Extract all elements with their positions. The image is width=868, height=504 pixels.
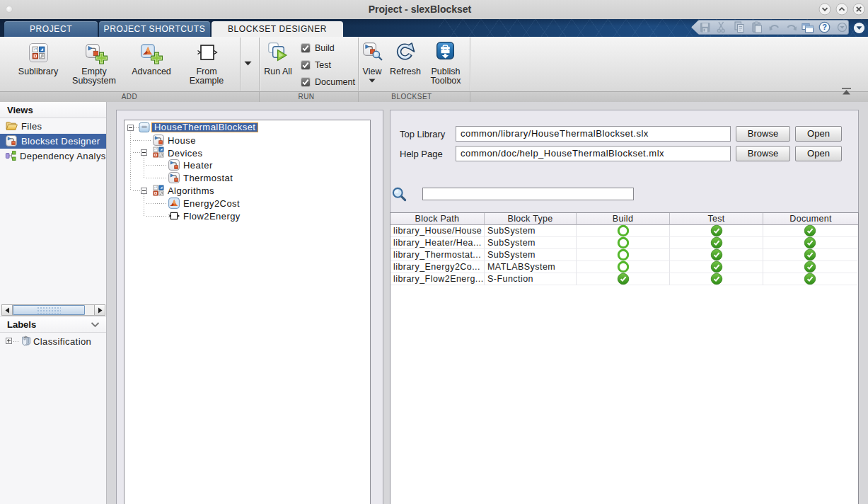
svg-text:?: ?: [822, 23, 827, 31]
